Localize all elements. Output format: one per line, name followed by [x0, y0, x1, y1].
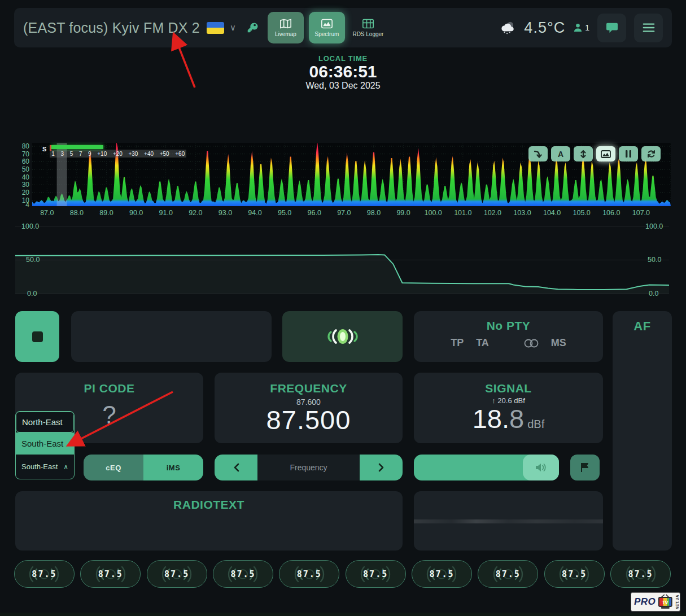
spectrum-x-tick: 100.0 [425, 209, 442, 217]
ims-button[interactable]: iMS [143, 455, 203, 480]
tv-logo-icon: TV [656, 594, 675, 610]
current-frequency: 87.500 [215, 407, 403, 434]
spectrum-x-tick: 96.0 [308, 209, 321, 217]
spectrum-x-tick: 89.0 [99, 209, 113, 217]
stop-playback-button[interactable] [15, 311, 59, 362]
spectrum-y-tick: 70 [15, 150, 29, 158]
spectrum-x-tick: 91.0 [159, 209, 173, 217]
speaker-icon [535, 462, 547, 473]
refresh-button[interactable] [641, 146, 661, 161]
ceq-button[interactable]: cEQ [84, 455, 143, 480]
ta-flag: TA [476, 337, 489, 349]
s-meter-bar [51, 145, 103, 149]
nav-spectrum-button[interactable]: Spectrum [309, 12, 345, 43]
spectrum-x-tick: 94.0 [248, 209, 261, 217]
pause-button[interactable] [619, 146, 638, 161]
preset-button[interactable]: 87.5 [610, 560, 671, 588]
arrow-up-down-icon [580, 150, 587, 159]
preset-button[interactable]: 87.5 [80, 560, 141, 588]
pty-value: No PTY [414, 319, 603, 333]
autoscale-button[interactable] [574, 146, 593, 161]
preset-button[interactable]: 87.5 [147, 560, 207, 588]
menu-button[interactable] [634, 14, 663, 42]
ukraine-flag-icon [207, 22, 224, 34]
chevron-up-icon: ∧ [63, 463, 68, 471]
dropdown-option-north-east[interactable]: North-East [16, 412, 74, 432]
nav-rds-logger-button[interactable]: RDS Logger [350, 12, 386, 43]
nav-livemap-button[interactable]: Livemap [268, 12, 304, 43]
signal-axis-label: 0.0 [649, 290, 658, 298]
map-icon [280, 19, 291, 29]
frequency-input[interactable] [257, 455, 360, 480]
volume-slider[interactable] [414, 455, 559, 480]
tp-flag: TP [451, 337, 464, 349]
server-title: (EAST focus) Kyiv FM DX 2 [23, 20, 200, 36]
signal-axis-label: 100.0 [21, 222, 39, 230]
spectrum-x-tick: 105.0 [573, 209, 591, 217]
scan-down-button[interactable] [528, 146, 548, 161]
spectrum-x-tick: 104.0 [543, 209, 561, 217]
signal-axis-label: 50.0 [648, 256, 661, 264]
audio-spectrum-panel [414, 491, 603, 551]
volume-slider-thumb[interactable] [523, 455, 559, 480]
radiotext-panel: RADIOTEXT [15, 491, 403, 551]
antenna-select[interactable]: South-East ∧ [16, 455, 74, 479]
spectrum-x-tick: 88.0 [70, 209, 84, 217]
audio-playing-panel[interactable] [282, 311, 403, 362]
key-icon[interactable] [246, 21, 259, 34]
temperature-value: 4.5°C [524, 19, 565, 37]
spectrum-y-tick: 50 [15, 165, 29, 173]
auto-scan-button[interactable]: A [551, 146, 570, 161]
dropdown-option-south-east[interactable]: South-East [16, 432, 74, 455]
chevron-right-icon [378, 463, 384, 472]
header-bar: (EAST focus) Kyiv FM DX 2 ∨ Livemap Spec… [14, 8, 672, 47]
spectrum-x-tick: 106.0 [602, 209, 620, 217]
spectrum-y-tick: 60 [15, 158, 29, 165]
chevron-down-icon[interactable]: ∨ [230, 23, 236, 33]
preset-button[interactable]: 87.5 [213, 560, 273, 588]
spectrum-x-tick: 99.0 [396, 209, 410, 217]
audio-playing-icon [323, 325, 362, 348]
listener-count: 1 [573, 23, 589, 32]
audio-spectrum-band [414, 519, 603, 523]
chat-button[interactable] [597, 14, 626, 42]
preset-button[interactable]: 87.5 [544, 560, 605, 588]
report-flag-button[interactable] [570, 455, 600, 480]
signal-panel: SIGNAL ↑ 20.6 dBf 18.8dBf [414, 373, 603, 443]
spectrum-x-tick: 95.0 [278, 209, 291, 217]
preset-button[interactable]: 87.5 [346, 560, 406, 588]
spectrum-x-tick: 87.0 [40, 209, 54, 217]
spectrum-y-tick: 40 [15, 173, 29, 181]
flag-icon [580, 462, 590, 473]
local-time-label: LOCAL TIME [0, 54, 686, 63]
spectrum-y-tick: 30 [15, 181, 29, 189]
spectrum-toolbar: A [528, 146, 661, 161]
spectrum-x-tick: 97.0 [337, 209, 351, 217]
spectrum-y-tick: 80 [15, 142, 29, 150]
area-chart-icon [601, 150, 611, 158]
local-time-value: 06:36:51 [0, 63, 686, 81]
antenna-dropdown: North-East South-East South-East ∧ [15, 411, 75, 479]
spectrum-graph-button[interactable] [596, 146, 615, 161]
frequency-up-button[interactable] [360, 455, 403, 480]
pty-panel: No PTY TP TA MS [414, 311, 603, 362]
ms-flag: MS [551, 337, 566, 349]
spectrum-x-tick: 93.0 [219, 209, 232, 217]
person-icon [573, 23, 583, 32]
preset-button[interactable]: 87.5 [14, 560, 75, 588]
stop-icon [32, 331, 43, 342]
signal-history-chart [15, 223, 669, 299]
signal-label: SIGNAL [414, 382, 603, 395]
local-date-value: Wed, 03 Dec 2025 [0, 81, 686, 91]
preset-row: 87.5 87.5 [14, 560, 671, 588]
frequency-down-button[interactable] [215, 455, 257, 480]
preset-button[interactable]: 87.5 [279, 560, 339, 588]
spectrum-x-tick: 102.0 [484, 209, 501, 217]
preset-button[interactable]: 87.5 [478, 560, 538, 588]
protv-logo[interactable]: PRO TV NET.UA [631, 592, 680, 611]
frequency-label: FREQUENCY [215, 382, 403, 395]
weather-icon [499, 21, 516, 34]
preset-button[interactable]: 87.5 [412, 560, 472, 588]
spectrum-chart-icon [321, 19, 333, 29]
spectrum-x-tick: 101.0 [454, 209, 471, 217]
